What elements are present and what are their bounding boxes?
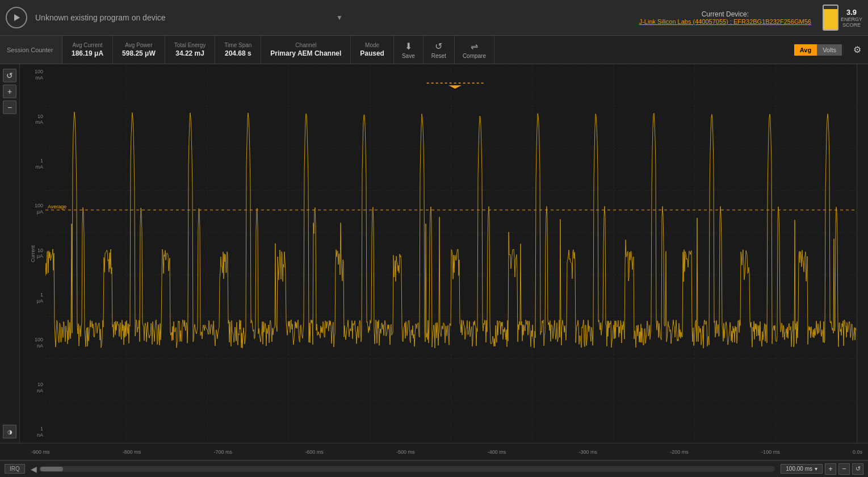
- program-title: Unknown existing program on device: [35, 13, 332, 22]
- time-label: -100 ms: [761, 449, 780, 455]
- time-label: -900 ms: [31, 449, 50, 455]
- total-energy-label: Total Energy: [174, 42, 206, 48]
- chart-svg-area[interactable]: [45, 64, 857, 443]
- y-axis: 100mA 10mA 1mA 100μA 10μA 1μA 100nA 10nA…: [20, 64, 45, 443]
- reset-button[interactable]: ↺ Reset: [423, 36, 455, 64]
- battery-value: 3.9: [846, 8, 857, 16]
- time-label: -600 ms: [305, 449, 324, 455]
- score-label: SCORE: [842, 22, 861, 28]
- time-labels: -900 ms-800 ms-700 ms-600 ms-500 ms-400 …: [26, 449, 868, 455]
- y-label-1na: 1nA: [22, 426, 43, 438]
- zoom-value-display: 100.00 ms ▾: [781, 464, 823, 474]
- time-label: -500 ms: [396, 449, 415, 455]
- avg-button[interactable]: Avg: [794, 44, 817, 56]
- time-span-label: Time Span: [224, 42, 251, 48]
- y-label-100na: 100nA: [22, 337, 43, 349]
- avg-power-group: Avg Power 598.25 μW: [113, 36, 165, 64]
- device-link[interactable]: J-Link Silicon Labs (440057055) : EFR32B…: [639, 18, 811, 25]
- battery-widget: 3.9 ENERGY SCORE: [823, 5, 862, 31]
- reset-zoom-ctrl[interactable]: ↺: [3, 69, 16, 82]
- y-label-10ma: 10mA: [22, 114, 43, 126]
- zoom-dropdown-arrow[interactable]: ▾: [815, 466, 817, 472]
- irq-badge[interactable]: IRQ: [5, 464, 25, 474]
- channel-value: Primary AEM Channel: [270, 49, 341, 57]
- zoom-value-text: 100.00 ms: [786, 466, 812, 472]
- avg-current-label: Avg Current: [72, 42, 102, 48]
- time-label: -400 ms: [488, 449, 506, 455]
- current-device-label: Current Device:: [639, 10, 811, 18]
- scroll-thumb[interactable]: [40, 467, 63, 471]
- scroll-bar[interactable]: [39, 466, 775, 472]
- y-label-100ua: 100μA: [22, 203, 43, 215]
- main-content: ↺ + − ◑ 100mA 10mA 1mA 100μA 10μA 1μA 10…: [0, 64, 868, 443]
- save-button[interactable]: ⬇ Save: [394, 36, 423, 64]
- time-label: -200 ms: [670, 449, 689, 455]
- y-label-100ma: 100mA: [22, 69, 43, 81]
- session-counter-label: Session Counter: [7, 47, 53, 53]
- mode-value: Paused: [360, 49, 384, 57]
- channel-label: Channel: [295, 42, 316, 48]
- play-icon: [14, 14, 20, 21]
- y-label-10na: 10nA: [22, 382, 43, 394]
- save-icon: ⬇: [405, 41, 412, 52]
- left-controls: ↺ + − ◑: [0, 64, 20, 443]
- total-energy-group: Total Energy 34.22 mJ: [165, 36, 216, 64]
- y-label-10ua: 10μA: [22, 248, 43, 260]
- time-span-value: 204.68 s: [225, 49, 251, 57]
- time-axis: -900 ms-800 ms-700 ms-600 ms-500 ms-400 …: [0, 443, 868, 460]
- stats-bar: Session Counter Avg Current 186.19 μA Av…: [0, 36, 868, 64]
- zoom-controls: 100.00 ms ▾ + − ↺: [781, 463, 863, 475]
- volts-button[interactable]: Volts: [817, 44, 842, 56]
- reset-icon: ↺: [435, 41, 442, 52]
- settings-icon: ⚙: [853, 45, 861, 55]
- time-span-group: Time Span 204.68 s: [215, 36, 261, 64]
- zoom-minus-button[interactable]: −: [838, 463, 850, 475]
- device-info: Current Device: J-Link Silicon Labs (440…: [639, 10, 811, 25]
- save-label: Save: [402, 53, 415, 59]
- time-label: -700 ms: [214, 449, 233, 455]
- waveform-canvas[interactable]: [45, 64, 857, 443]
- mode-label: Mode: [365, 42, 379, 48]
- zoom-out-ctrl[interactable]: −: [3, 101, 16, 114]
- compare-icon: ⇌: [471, 41, 478, 52]
- session-counter: Session Counter: [0, 36, 62, 64]
- battery-icon: [823, 5, 838, 31]
- mode-group: Mode Paused: [351, 36, 394, 64]
- compare-label: Compare: [463, 53, 486, 59]
- avg-volts-toggle: Avg Volts: [794, 36, 842, 64]
- total-energy-value: 34.22 mJ: [175, 49, 204, 57]
- time-label: 0.0s: [853, 449, 862, 455]
- play-button[interactable]: [6, 7, 27, 28]
- time-label: -300 ms: [579, 449, 598, 455]
- avg-power-value: 598.25 μW: [122, 49, 156, 57]
- scroll-left-button[interactable]: ◀: [31, 465, 37, 474]
- settings-button[interactable]: ⚙: [846, 36, 868, 64]
- zoom-in-ctrl[interactable]: +: [3, 85, 16, 98]
- avg-power-label: Avg Power: [125, 42, 152, 48]
- theme-toggle-btn[interactable]: ◑: [3, 425, 16, 438]
- time-label: -800 ms: [123, 449, 141, 455]
- avg-current-value: 186.19 μA: [72, 49, 103, 57]
- channel-group: Channel Primary AEM Channel: [261, 36, 351, 64]
- battery-labels: 3.9 ENERGY SCORE: [841, 7, 862, 28]
- zoom-reset-button[interactable]: ↺: [852, 463, 863, 475]
- energy-label: ENERGY: [841, 16, 862, 22]
- chart-container[interactable]: 100mA 10mA 1mA 100μA 10μA 1μA 100nA 10nA…: [20, 64, 857, 443]
- y-label-1ua: 1μA: [22, 292, 43, 304]
- compare-button[interactable]: ⇌ Compare: [455, 36, 494, 64]
- reset-label: Reset: [431, 53, 446, 59]
- battery-fill: [824, 9, 837, 30]
- avg-current-group: Avg Current 186.19 μA: [62, 36, 113, 64]
- y-label-1ma: 1mA: [22, 158, 43, 170]
- bottom-bar: IRQ ◀ 100.00 ms ▾ + − ↺: [0, 460, 868, 477]
- top-bar: Unknown existing program on device ▼ Cur…: [0, 0, 868, 36]
- right-sidebar: [857, 64, 868, 443]
- program-dropdown-arrow[interactable]: ▼: [336, 14, 343, 22]
- zoom-plus-button[interactable]: +: [825, 463, 836, 475]
